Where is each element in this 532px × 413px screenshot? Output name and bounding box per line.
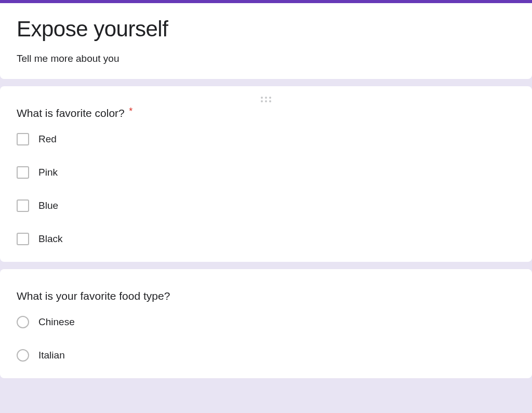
options-list: Red Pink Blue Black	[17, 133, 515, 245]
option-label: Red	[38, 134, 57, 145]
radio-input[interactable]	[17, 316, 29, 328]
option-label: Chinese	[38, 316, 75, 328]
radio-option-row[interactable]: Chinese	[17, 316, 515, 328]
options-list: Chinese Italian	[17, 316, 515, 362]
question-title: What is favorite color?	[17, 107, 125, 119]
checkbox-input[interactable]	[17, 166, 29, 179]
checkbox-option-row[interactable]: Red	[17, 133, 515, 145]
radio-input[interactable]	[17, 349, 29, 362]
question-card-food: What is your favorite food type? Chinese…	[0, 269, 532, 378]
option-label: Blue	[38, 200, 58, 211]
checkbox-option-row[interactable]: Black	[17, 233, 515, 245]
form-description: Tell me more about you	[17, 53, 515, 64]
checkbox-input[interactable]	[17, 133, 29, 145]
checkbox-option-row[interactable]: Pink	[17, 166, 515, 179]
option-label: Pink	[38, 167, 58, 178]
option-label: Black	[38, 233, 62, 245]
question-title: What is your favorite food type?	[17, 290, 170, 302]
form-title: Expose yourself	[17, 17, 515, 42]
checkbox-option-row[interactable]: Blue	[17, 199, 515, 212]
checkbox-input[interactable]	[17, 233, 29, 245]
drag-handle-icon[interactable]	[17, 97, 515, 104]
checkbox-input[interactable]	[17, 199, 29, 212]
form-header-card: Expose yourself Tell me more about you	[0, 0, 532, 79]
required-asterisk-icon: *	[129, 106, 132, 116]
radio-option-row[interactable]: Italian	[17, 349, 515, 362]
question-card-color: What is favorite color? * Red Pink Blue …	[0, 86, 532, 262]
option-label: Italian	[38, 350, 65, 361]
form-container: Expose yourself Tell me more about you W…	[0, 0, 532, 378]
